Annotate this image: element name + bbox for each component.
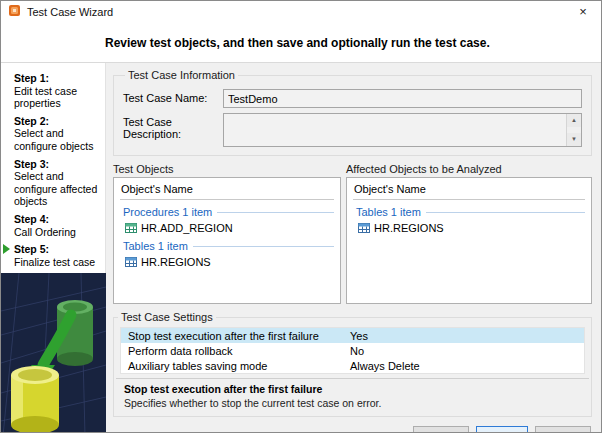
test-objects-panel: Test Objects Object's Name Procedures 1 … xyxy=(113,163,341,304)
test-case-description-field: ▲ ▼ xyxy=(223,113,582,147)
setting-detail-description: Specifies whether to stop the current te… xyxy=(124,397,581,409)
affected-objects-list: Object's Name Tables 1 item xyxy=(346,177,592,304)
wizard-graphic-image xyxy=(1,273,106,433)
test-case-name-input[interactable] xyxy=(223,89,582,108)
setting-value: Always Delete xyxy=(347,360,584,372)
tree-group-tables[interactable]: Tables 1 item xyxy=(353,206,585,218)
group-title: Test Case Information xyxy=(125,69,238,81)
step-label: Step 4: xyxy=(14,213,102,226)
column-header: Object's Name xyxy=(353,180,585,200)
test-case-wizard-window: Test Case Wizard × Review test objects, … xyxy=(0,0,602,433)
current-step-arrow-icon xyxy=(3,244,10,254)
close-icon: × xyxy=(579,4,587,19)
step-item-2[interactable]: Step 2: Select and configure objects xyxy=(14,115,102,153)
setting-name: Perform data rollback xyxy=(121,345,347,357)
step-label: Step 3: xyxy=(14,158,102,171)
cancel-button[interactable]: Cancel xyxy=(535,426,591,433)
table-icon xyxy=(125,256,137,268)
settings-row-stop-on-failure[interactable]: Stop test execution after the first fail… xyxy=(121,328,584,343)
group-divider xyxy=(426,212,585,213)
procedure-icon xyxy=(125,222,137,234)
step-desc: Finalize test case xyxy=(14,256,102,269)
setting-name: Auxiliary tables saving mode xyxy=(121,360,347,372)
steps-list: Step 1: Edit test case properties Step 2… xyxy=(1,63,105,273)
test-case-name-label: Test Case Name: xyxy=(123,89,223,104)
step-label: Step 1: xyxy=(14,72,102,85)
setting-value: Yes xyxy=(347,330,584,342)
object-name: HR.ADD_REGION xyxy=(141,222,233,234)
table-icon xyxy=(358,222,370,234)
setting-name: Stop test execution after the first fail… xyxy=(121,330,347,342)
step-item-5-current[interactable]: Step 5: Finalize test case xyxy=(14,243,102,268)
test-case-information-group: Test Case Information Test Case Name: Te… xyxy=(113,69,592,156)
step-item-1[interactable]: Step 1: Edit test case properties xyxy=(14,72,102,110)
step-item-3[interactable]: Step 3: Select and configure affected ob… xyxy=(14,158,102,208)
step-label: Step 5: xyxy=(14,243,102,256)
setting-value: No xyxy=(347,345,584,357)
tree-group-label: Procedures 1 item xyxy=(123,206,212,218)
wizard-steps-sidebar: Step 1: Edit test case properties Step 2… xyxy=(1,63,106,432)
window-title: Test Case Wizard xyxy=(27,6,564,18)
group-divider xyxy=(193,246,334,247)
step-desc: Select and configure affected objects xyxy=(14,170,102,208)
affected-objects-panel: Affected Objects to be Analyzed Object's… xyxy=(346,163,592,304)
group-title: Test Case Settings xyxy=(118,311,216,323)
finish-button[interactable]: Finish xyxy=(476,426,527,433)
step-item-4[interactable]: Step 4: Call Ordering xyxy=(14,213,102,238)
setting-detail-pane: Stop test execution after the first fail… xyxy=(116,378,589,416)
back-button[interactable]: < Back xyxy=(413,426,469,433)
titlebar: Test Case Wizard × xyxy=(1,1,601,23)
settings-row-aux-tables[interactable]: Auxiliary tables saving mode Always Dele… xyxy=(121,358,584,373)
settings-row-data-rollback[interactable]: Perform data rollback No xyxy=(121,343,584,358)
tree-group-label: Tables 1 item xyxy=(123,240,188,252)
test-case-description-label: Test Case Description: xyxy=(123,113,223,140)
object-name: HR.REGIONS xyxy=(374,222,444,234)
scroll-up-icon[interactable]: ▲ xyxy=(567,114,581,127)
close-button[interactable]: × xyxy=(569,2,597,22)
test-case-description-input[interactable] xyxy=(224,114,566,146)
tree-group-procedures[interactable]: Procedures 1 item xyxy=(120,206,334,218)
step-desc: Call Ordering xyxy=(14,226,102,239)
column-header: Object's Name xyxy=(120,180,334,200)
description-scrollbar[interactable]: ▲ ▼ xyxy=(566,114,581,146)
step-label: Step 2: xyxy=(14,115,102,128)
page-title: Review test objects, and then save and o… xyxy=(1,36,490,50)
settings-grid: Stop test execution after the first fail… xyxy=(120,327,585,374)
tree-group-label: Tables 1 item xyxy=(356,206,421,218)
main-content: Test Case Information Test Case Name: Te… xyxy=(106,63,601,432)
affected-objects-title: Affected Objects to be Analyzed xyxy=(346,163,592,175)
tree-item-table[interactable]: HR.REGIONS xyxy=(353,222,585,234)
tree-group-tables[interactable]: Tables 1 item xyxy=(120,240,334,252)
tree-item-table[interactable]: HR.REGIONS xyxy=(120,256,334,268)
group-divider xyxy=(217,212,334,213)
setting-detail-title: Stop test execution after the first fail… xyxy=(124,383,581,395)
step-desc: Edit test case properties xyxy=(14,85,102,110)
test-objects-list: Object's Name Procedures 1 item xyxy=(113,177,341,304)
test-objects-title: Test Objects xyxy=(113,163,341,175)
test-case-settings-group: Test Case Settings Stop test execution a… xyxy=(113,311,592,417)
object-name: HR.REGIONS xyxy=(141,256,211,268)
step-desc: Select and configure objects xyxy=(14,127,102,152)
wizard-app-icon xyxy=(8,3,22,21)
wizard-button-row: < Back Finish Cancel xyxy=(113,417,592,433)
tree-item-procedure[interactable]: HR.ADD_REGION xyxy=(120,222,334,234)
scroll-down-icon[interactable]: ▼ xyxy=(567,133,581,146)
wizard-header: Review test objects, and then save and o… xyxy=(1,23,601,63)
